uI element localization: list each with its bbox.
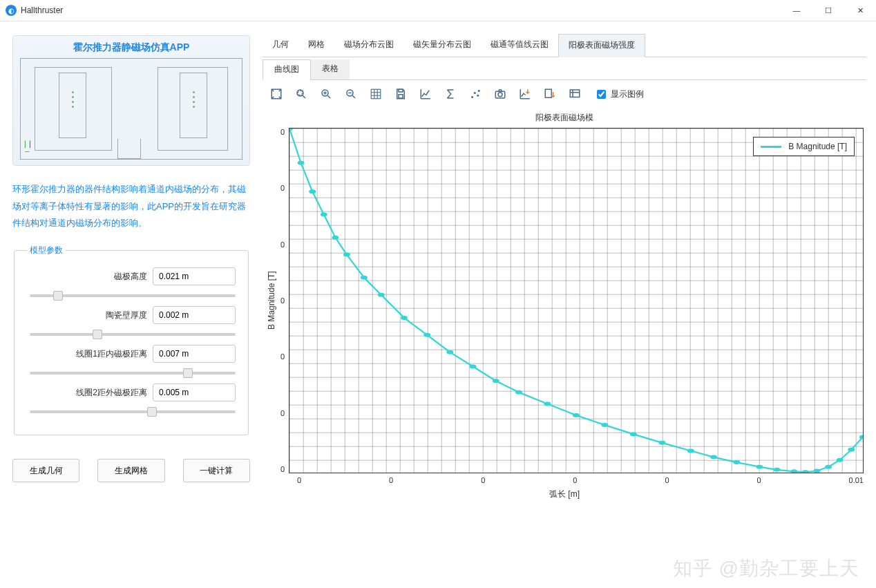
generate-mesh-button[interactable]: 生成网格 xyxy=(97,459,164,482)
x-tick: 0 xyxy=(665,476,669,484)
svg-point-39 xyxy=(774,468,781,472)
zoom-window-icon[interactable] xyxy=(292,84,311,104)
window-title: Hallthruster xyxy=(21,6,63,15)
svg-point-25 xyxy=(423,333,430,337)
svg-point-27 xyxy=(470,364,477,368)
save-icon[interactable] xyxy=(391,84,410,104)
svg-point-37 xyxy=(733,460,740,464)
export-data-icon[interactable] xyxy=(540,84,560,104)
tab-5[interactable]: 阳极表面磁场强度 xyxy=(558,34,645,57)
generate-geometry-button[interactable]: 生成几何 xyxy=(12,459,79,482)
param-input-coil2-distance[interactable] xyxy=(153,383,236,401)
svg-point-44 xyxy=(837,458,844,462)
subtab-1[interactable]: 表格 xyxy=(311,59,350,79)
watermark: 知乎 @勤杂工要上天 xyxy=(665,556,859,582)
description-text: 环形霍尔推力器的器件结构影响着通道内磁场的分布，其磁场对等离子体特性有显著的影响… xyxy=(12,181,250,232)
sub-tabs: 曲线图表格 xyxy=(263,59,866,80)
param-input-coil1-distance[interactable] xyxy=(153,345,236,363)
svg-point-11 xyxy=(478,90,480,92)
svg-point-10 xyxy=(477,95,479,97)
tab-1[interactable]: 网格 xyxy=(298,34,334,57)
main-tabs: 几何网格磁场分布云图磁矢量分布云图磁通等值线云图阳极表面磁场强度 xyxy=(263,34,866,57)
svg-point-29 xyxy=(515,390,522,395)
x-tick: 0 xyxy=(573,476,577,484)
y-tick: 0 xyxy=(280,296,285,305)
param-label-0: 磁极高度 xyxy=(114,271,147,283)
svg-point-35 xyxy=(687,448,694,453)
zoom-in-icon[interactable] xyxy=(316,84,336,104)
svg-point-23 xyxy=(378,293,385,297)
app-icon: ◐ xyxy=(6,5,17,16)
x-tick: 0 xyxy=(389,476,393,484)
svg-point-45 xyxy=(848,448,855,452)
svg-point-20 xyxy=(332,236,339,240)
legend-swatch xyxy=(761,146,781,148)
y-axis-label: B Magnitude [T] xyxy=(265,128,278,473)
svg-point-19 xyxy=(321,213,327,217)
svg-point-21 xyxy=(343,253,350,257)
window-maximize[interactable]: ☐ xyxy=(812,0,844,21)
y-tick: 0 xyxy=(280,465,285,473)
param-input-ceramic-thickness[interactable] xyxy=(153,306,236,324)
compute-button[interactable]: 一键计算 xyxy=(183,459,250,482)
y-tick: 0 xyxy=(280,128,285,136)
svg-point-17 xyxy=(298,161,305,165)
left-panel: 霍尔推力器静磁场仿真APP ▏▏─ 环形霍尔推力器的器件结构影响着通道内磁场的分… xyxy=(0,21,263,588)
y-tick: 0 xyxy=(280,240,285,249)
show-legend-checkbox[interactable] xyxy=(597,90,606,99)
param-label-2: 线圈1距内磁极距离 xyxy=(76,348,147,360)
export-plot-icon[interactable] xyxy=(515,84,535,104)
zoom-extents-icon[interactable] xyxy=(267,84,286,104)
param-slider-pole-height[interactable] xyxy=(30,294,236,297)
grid-icon[interactable] xyxy=(366,84,385,104)
camera-icon[interactable] xyxy=(491,84,510,104)
tab-2[interactable]: 磁场分布云图 xyxy=(334,34,403,57)
param-input-pole-height[interactable] xyxy=(153,267,236,285)
param-slider-coil2-distance[interactable] xyxy=(30,410,236,413)
scatter-icon[interactable] xyxy=(466,84,485,104)
x-axis-label: 弧长 [m] xyxy=(265,489,864,500)
svg-rect-5 xyxy=(371,89,381,99)
param-label-1: 陶瓷壁厚度 xyxy=(106,310,147,321)
x-tick: 0 xyxy=(297,476,301,484)
svg-point-33 xyxy=(630,432,637,436)
show-legend-label: 显示图例 xyxy=(611,88,644,100)
subtab-0[interactable]: 曲线图 xyxy=(263,59,311,80)
y-axis-ticks: 0000000 xyxy=(278,128,289,473)
x-tick: 0 xyxy=(481,476,485,484)
chart-legend: B Magnitude [T] xyxy=(753,137,855,156)
axis-triad-icon: ▏▏─ xyxy=(25,141,35,155)
params-legend: 模型参数 xyxy=(27,245,66,256)
sigma-icon[interactable] xyxy=(441,84,460,104)
svg-point-30 xyxy=(544,401,551,406)
svg-point-36 xyxy=(710,455,717,459)
settings-plot-icon[interactable] xyxy=(565,84,584,104)
plot-canvas[interactable]: B Magnitude [T] xyxy=(289,128,864,473)
window-close[interactable]: ✕ xyxy=(844,0,876,21)
svg-point-8 xyxy=(471,96,473,98)
chart-toolbar: 显示图例 xyxy=(263,80,866,105)
svg-point-16 xyxy=(289,129,293,131)
svg-rect-15 xyxy=(570,90,580,97)
y-tick: 0 xyxy=(280,184,285,192)
tab-3[interactable]: 磁矢量分布云图 xyxy=(403,34,481,57)
svg-point-43 xyxy=(825,465,832,469)
svg-point-40 xyxy=(790,469,797,473)
svg-rect-6 xyxy=(399,89,403,92)
svg-point-28 xyxy=(493,379,499,383)
x-tick: 0.01 xyxy=(849,476,864,484)
tab-0[interactable]: 几何 xyxy=(263,34,298,57)
svg-point-41 xyxy=(802,470,809,473)
tab-4[interactable]: 磁通等值线云图 xyxy=(481,34,558,57)
svg-point-13 xyxy=(498,93,502,97)
svg-point-24 xyxy=(401,316,408,320)
line-plot-icon[interactable] xyxy=(416,84,435,104)
param-slider-coil1-distance[interactable] xyxy=(30,372,236,374)
window-minimize[interactable]: — xyxy=(781,0,812,21)
param-slider-ceramic-thickness[interactable] xyxy=(30,333,236,336)
svg-point-34 xyxy=(659,441,666,445)
svg-rect-14 xyxy=(545,89,551,97)
geometry-diagram: ▏▏─ xyxy=(20,58,242,160)
zoom-out-icon[interactable] xyxy=(341,84,361,104)
geometry-preview: 霍尔推力器静磁场仿真APP ▏▏─ xyxy=(12,35,250,166)
